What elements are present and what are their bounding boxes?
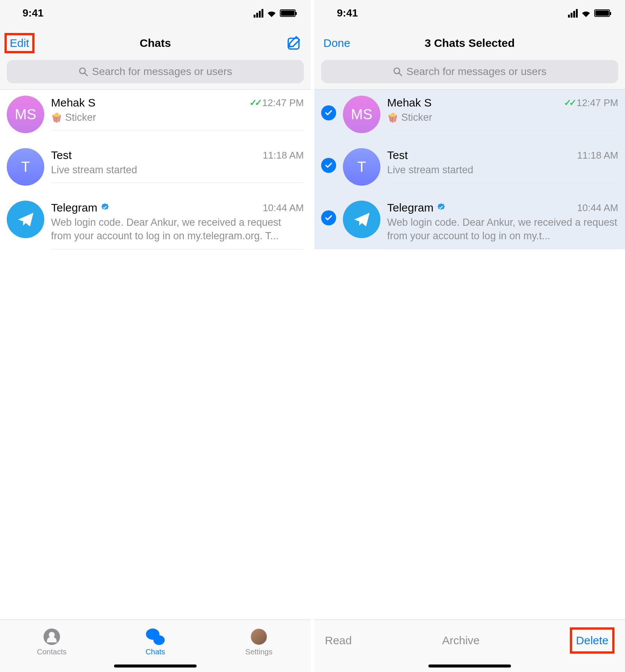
telegram-plane-icon — [15, 209, 36, 230]
chat-preview: 🍿 Sticker — [387, 111, 618, 124]
chat-list: MS Mehak S ✓✓ 12:47 PM 🍿 Sticker T — [0, 90, 311, 620]
chat-preview: 🍿 Sticker — [51, 111, 304, 124]
avatar — [7, 201, 44, 238]
signal-icon — [254, 9, 263, 18]
popcorn-icon: 🍿 — [51, 112, 62, 123]
settings-avatar-icon — [251, 628, 267, 645]
telegram-plane-icon — [352, 209, 372, 230]
svg-line-4 — [399, 73, 402, 76]
action-bar: Read Archive Delete — [314, 620, 625, 672]
edit-highlight: Edit — [5, 33, 35, 53]
chat-preview: Live stream started — [387, 163, 618, 177]
chat-time: 12:47 PM — [577, 97, 618, 109]
chat-name: Test — [387, 149, 408, 162]
verified-badge-icon — [436, 203, 446, 213]
chat-time: 11:18 AM — [577, 150, 618, 161]
status-time: 9:41 — [337, 7, 358, 19]
home-indicator[interactable] — [114, 664, 197, 668]
status-icons — [568, 9, 610, 18]
check-icon — [325, 109, 333, 117]
tab-contacts[interactable]: Contacts — [14, 627, 89, 656]
wifi-icon — [581, 9, 591, 17]
home-indicator[interactable] — [428, 664, 511, 668]
chat-preview: Live stream started — [51, 163, 304, 177]
status-bar: 9:41 — [314, 0, 625, 26]
edit-button[interactable]: Edit — [10, 37, 29, 50]
status-icons — [254, 9, 296, 18]
contacts-icon — [44, 628, 60, 645]
read-checkmarks-icon: ✓✓ — [249, 98, 260, 108]
selection-checkmark[interactable] — [321, 210, 336, 225]
chat-row[interactable]: MS Mehak S ✓✓ 12:47 PM 🍿 Sticker — [314, 90, 625, 142]
verified-badge-icon — [100, 203, 110, 213]
chat-name: Mehak S — [387, 96, 431, 109]
search-placeholder: Search for messages or users — [406, 66, 547, 78]
chat-name: Telegram — [387, 201, 446, 214]
chat-row[interactable]: T Test 11:18 AM Live stream started — [0, 142, 311, 195]
chat-row[interactable]: T Test 11:18 AM Live stream started — [314, 142, 625, 195]
chat-time: 10:44 AM — [577, 202, 618, 214]
popcorn-icon: 🍿 — [387, 112, 398, 123]
delete-highlight: Delete — [570, 627, 614, 654]
chat-preview: Web login code. Dear Ankur, we received … — [387, 216, 618, 243]
chat-list: MS Mehak S ✓✓ 12:47 PM 🍿 Sticker — [314, 90, 625, 620]
nav-bar: Done 3 Chats Selected — [314, 26, 625, 60]
selection-checkmark[interactable] — [321, 105, 336, 120]
chat-row[interactable]: Telegram 10:44 AM Web login code. Dear A… — [0, 195, 311, 249]
battery-icon — [280, 9, 296, 17]
chat-name: Test — [51, 149, 72, 162]
status-bar: 9:41 — [0, 0, 311, 26]
read-checkmarks-icon: ✓✓ — [564, 98, 574, 108]
tab-label: Settings — [245, 648, 272, 656]
selection-checkmark[interactable] — [321, 158, 336, 173]
wifi-icon — [266, 9, 277, 17]
archive-button[interactable]: Archive — [442, 634, 479, 647]
tab-settings[interactable]: Settings — [221, 627, 296, 656]
tab-label: Chats — [146, 648, 165, 656]
avatar: MS — [343, 96, 380, 133]
chat-name: Mehak S — [51, 96, 95, 109]
tab-bar: Contacts Chats Settings — [0, 620, 311, 672]
search-wrap: Search for messages or users — [314, 60, 625, 90]
chat-row[interactable]: MS Mehak S ✓✓ 12:47 PM 🍿 Sticker — [0, 90, 311, 142]
delete-button[interactable]: Delete — [576, 634, 608, 647]
phone-right: 9:41 Done 3 Chats Selected Search for me… — [314, 0, 625, 672]
search-icon — [393, 67, 403, 76]
battery-icon — [594, 9, 610, 17]
search-input[interactable]: Search for messages or users — [321, 60, 618, 83]
search-placeholder: Search for messages or users — [92, 66, 232, 78]
svg-line-2 — [85, 73, 88, 76]
chats-icon — [146, 628, 165, 645]
compose-icon[interactable] — [287, 36, 302, 51]
avatar: T — [7, 148, 44, 186]
chat-row[interactable]: Telegram 10:44 AM Web login code. Dear A… — [314, 195, 625, 249]
page-title: 3 Chats Selected — [368, 37, 571, 50]
chat-name: Telegram — [51, 201, 110, 214]
read-button[interactable]: Read — [325, 634, 352, 647]
tab-chats[interactable]: Chats — [118, 627, 193, 656]
chat-time: 10:44 AM — [263, 202, 304, 214]
chat-time: 12:47 PM — [262, 97, 304, 109]
check-icon — [325, 214, 333, 222]
search-wrap: Search for messages or users — [0, 60, 311, 90]
search-icon — [78, 67, 88, 76]
avatar — [343, 201, 380, 238]
done-button[interactable]: Done — [323, 37, 350, 50]
search-input[interactable]: Search for messages or users — [7, 60, 304, 83]
page-title: Chats — [54, 37, 257, 50]
nav-bar: Edit Chats — [0, 26, 311, 60]
chat-preview: Web login code. Dear Ankur, we received … — [51, 216, 304, 243]
avatar: T — [343, 148, 380, 186]
avatar: MS — [7, 96, 44, 133]
signal-icon — [568, 9, 578, 18]
phone-left: 9:41 Edit Chats Search for messages or u… — [0, 0, 311, 672]
chat-time: 11:18 AM — [263, 150, 304, 161]
status-time: 9:41 — [23, 7, 44, 19]
tab-label: Contacts — [37, 648, 67, 656]
check-icon — [325, 161, 333, 170]
